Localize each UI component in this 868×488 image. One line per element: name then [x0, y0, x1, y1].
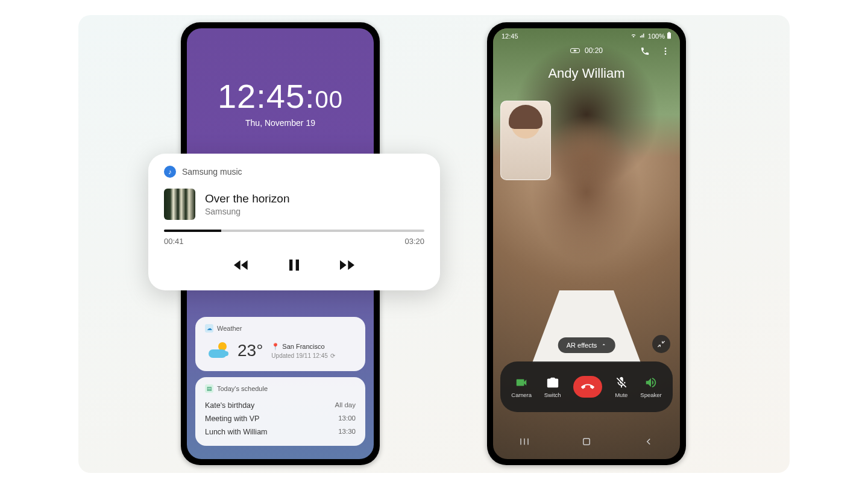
svg-point-3	[665, 51, 667, 52]
call-controls: Camera Switch	[500, 361, 673, 412]
nav-back[interactable]	[643, 436, 655, 448]
showcase-canvas: 12:45:00 Thu, November 19 ☁ Weather 23°	[78, 15, 790, 473]
nav-recents[interactable]	[518, 436, 530, 448]
pause-button[interactable]	[285, 255, 304, 277]
schedule-row: Kate's birthday All day	[205, 399, 356, 412]
wifi-icon	[630, 33, 637, 40]
music-app-name: Samsung music	[182, 167, 242, 177]
status-bar: 12:45 100%	[493, 28, 680, 44]
camera-button[interactable]: Camera	[511, 376, 532, 398]
phone-right: 12:45 100%	[487, 22, 686, 465]
svg-rect-8	[583, 439, 590, 445]
weather-temp: 23°	[237, 341, 263, 360]
track-title: Over the horizon	[205, 192, 289, 205]
lock-date: Thu, November 19	[187, 118, 374, 128]
music-app-icon: ♪	[164, 166, 176, 178]
time-elapsed: 00:41	[164, 237, 184, 246]
time-total: 03:20	[404, 237, 424, 246]
lock-time: 12:45:00	[187, 28, 374, 113]
weather-header: Weather	[217, 325, 242, 332]
sun-cloud-icon	[209, 342, 229, 359]
battery-icon	[667, 32, 671, 40]
svg-point-4	[665, 53, 667, 55]
svg-point-2	[665, 48, 667, 49]
weather-icon: ☁	[205, 324, 213, 333]
mute-button[interactable]: Mute	[615, 376, 628, 398]
more-icon[interactable]	[661, 46, 670, 58]
nav-home[interactable]	[580, 436, 593, 448]
rewind-button[interactable]	[231, 255, 251, 277]
status-time: 12:45	[502, 33, 518, 40]
phone-icon[interactable]	[640, 46, 650, 58]
track-artist: Samsung	[205, 207, 289, 216]
album-art	[164, 189, 195, 220]
switch-button[interactable]: Switch	[544, 376, 561, 398]
end-call-button[interactable]	[573, 376, 602, 398]
signal-icon	[639, 33, 646, 40]
self-preview[interactable]	[500, 101, 551, 180]
minimize-button[interactable]	[652, 335, 670, 353]
schedule-header: Today's schedule	[217, 385, 268, 392]
speaker-button[interactable]: Speaker	[640, 376, 661, 398]
calendar-icon: ▤	[205, 384, 213, 393]
progress-bar[interactable]	[164, 230, 424, 232]
weather-card[interactable]: ☁ Weather 23° 📍 San Francisco	[195, 317, 365, 371]
video-badge-icon	[570, 48, 580, 53]
nav-bar	[493, 424, 680, 459]
refresh-icon[interactable]: ⟳	[330, 352, 335, 359]
svg-rect-0	[667, 33, 671, 39]
schedule-row: Meeting with VP 13:00	[205, 412, 356, 425]
forward-button[interactable]	[338, 255, 357, 277]
weather-updated: Updated 19/11 12:45	[271, 352, 327, 359]
schedule-card[interactable]: ▤ Today's schedule Kate's birthday All d…	[195, 377, 365, 446]
chevron-up-icon	[600, 342, 606, 349]
svg-rect-1	[668, 32, 670, 33]
video-call-screen: 12:45 100%	[493, 28, 680, 459]
music-notification[interactable]: ♪ Samsung music Over the horizon Samsung…	[148, 154, 440, 290]
location-pin-icon: 📍	[271, 343, 280, 351]
ar-effects-button[interactable]: AR effects	[558, 337, 615, 353]
caller-name: Andy William	[493, 66, 680, 81]
call-duration: 00:20	[585, 46, 603, 55]
battery-text: 100%	[648, 33, 665, 40]
schedule-row: Lunch with William 13:30	[205, 425, 356, 439]
weather-location: San Francisco	[282, 343, 324, 350]
